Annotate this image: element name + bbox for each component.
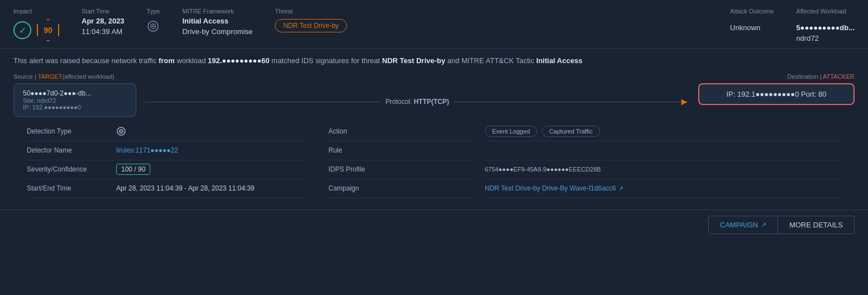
action-badges: Event Logged Captured Traffic (485, 126, 600, 137)
rule-row: Rule (328, 141, 474, 160)
severity-label: Severity/Confidence (27, 165, 116, 173)
mitre-icon (147, 20, 159, 32)
source-role: TARGET(affected workload) (38, 73, 115, 80)
source-name: 50●●●●7d0-2●●●-db... (23, 89, 127, 97)
dest-role: ATTACKER (823, 73, 855, 80)
workload-name: 5●●●●●●●●●db... (796, 23, 855, 32)
attack-outcome-label: Attack Outcome (730, 8, 774, 15)
idps-value: 6754●●●●EF9-45A8-9●●●●●●EEECD28B (485, 166, 601, 173)
source-ip: IP: 192.●●●●●●●●●0 (23, 104, 127, 111)
severity-value: 100 / 90 (116, 164, 150, 175)
threat-label: Threat (275, 8, 708, 15)
source-dest-container: Source | TARGET(affected workload) 50●●●… (13, 73, 855, 117)
main-content: This alert was raised because network tr… (0, 49, 868, 205)
attack-outcome-col: Attack Outcome Unknown (730, 8, 774, 32)
svg-point-5 (121, 131, 122, 132)
source-label: Source | TARGET(affected workload) (13, 73, 136, 80)
detection-type-label: Detection Type (27, 127, 116, 135)
dest-section: Destination | ATTACKER IP: 192.1●●●●●●●●… (698, 73, 855, 117)
event-logged-badge: Event Logged (485, 126, 537, 137)
detector-name-value[interactable]: lirules:1171●●●●●22 (116, 146, 178, 154)
score-hexagon: 90 (37, 19, 59, 41)
mitre-col: MITRE Framework Initial Access Drive-by … (182, 8, 252, 36)
captured-traffic-badge: Captured Traffic (542, 126, 600, 137)
start-end-row: Start/End Time Apr 28, 2023 11:04:39 - A… (27, 179, 306, 198)
check-circle-icon: ✓ (13, 21, 31, 39)
svg-point-2 (152, 26, 154, 27)
bottom-section: Detection Type Detector Name lirules:117… (13, 122, 855, 198)
action-value-row: Event Logged Captured Traffic (485, 122, 841, 141)
start-end-value: Apr 28, 2023 11:04:39 - Apr 28, 2023 11:… (116, 184, 255, 192)
mitre-label: MITRE Framework (182, 8, 252, 15)
threat-col: Threat NDR Test Drive-by (275, 8, 708, 30)
source-site: Site: ndrd72 (23, 97, 127, 104)
top-header: Impact ✓ 90 Start Time Apr 28, 2023 11:0… (0, 0, 868, 49)
dest-box: IP: 192.1●●●●●●●●●0 Port: 80 (698, 83, 855, 105)
start-time-label: Start Time (82, 8, 125, 15)
impact-label: Impact (13, 8, 59, 15)
start-time: 11:04:39 AM (82, 27, 125, 36)
threat-badge: NDR Test Drive-by (275, 19, 347, 32)
attack-type: Initial Access (182, 17, 252, 25)
footer-buttons: CAMPAIGN ↗ MORE DETAILS (0, 210, 868, 239)
campaign-link[interactable]: NDR Test Drive-by Drive-By Wave-f1d6acc6… (485, 184, 623, 192)
right-panel: Event Logged Captured Traffic 6754●●●●EF… (474, 122, 841, 198)
external-link-icon: ↗ (761, 221, 766, 229)
type-col: Type (147, 8, 160, 32)
severity-row: Severity/Confidence 100 / 90 (27, 160, 306, 179)
start-time-col: Start Time Apr 28, 2023 11:04:39 AM (82, 8, 125, 36)
workload-site: ndrd72 (796, 34, 855, 42)
detection-type-row: Detection Type (27, 122, 306, 141)
detector-name-row: Detector Name lirules:1171●●●●●22 (27, 141, 306, 160)
campaign-value-row: NDR Test Drive-by Drive-By Wave-f1d6acc6… (485, 179, 841, 198)
source-box: 50●●●●7d0-2●●●-db... Site: ndrd72 IP: 19… (13, 83, 136, 117)
more-details-button[interactable]: MORE DETAILS (778, 216, 855, 234)
external-link-icon: ↗ (618, 185, 623, 192)
attack-outcome-value: Unknown (730, 23, 774, 32)
protocol-label: Protocol: HTTP(TCP) (381, 97, 454, 107)
rule-label: Rule (328, 146, 418, 154)
type-label: Type (147, 8, 160, 15)
idps-value-row: 6754●●●●EF9-45A8-9●●●●●●EEECD28B (485, 160, 841, 179)
idps-row: IDPS Profile (328, 160, 474, 179)
detector-name-label: Detector Name (27, 146, 116, 154)
action-row: Action (328, 122, 474, 141)
dest-label: Destination | ATTACKER (788, 73, 855, 80)
affected-workload-label: Affected Workload (796, 8, 855, 15)
impact-section: Impact ✓ 90 (13, 8, 59, 41)
campaign-label: Campaign (328, 184, 418, 192)
action-label: Action (328, 127, 418, 135)
detection-type-icon (116, 126, 126, 136)
impact-col: Impact ✓ 90 (13, 8, 59, 41)
left-panel: Detection Type Detector Name lirules:117… (27, 122, 306, 198)
start-date: Apr 28, 2023 (82, 17, 125, 25)
idps-label: IDPS Profile (328, 165, 418, 173)
source-section: Source | TARGET(affected workload) 50●●●… (13, 73, 136, 117)
rule-value-row (485, 141, 841, 160)
dest-ip-port: IP: 192.1●●●●●●●●●0 Port: 80 (726, 90, 826, 98)
campaign-button[interactable]: CAMPAIGN ↗ (708, 216, 778, 234)
protocol-line: Protocol: HTTP(TCP) ► (145, 87, 689, 117)
alert-description: This alert was raised because network tr… (13, 55, 855, 66)
start-end-label: Start/End Time (27, 184, 116, 192)
arrow-icon: ► (679, 96, 689, 107)
campaign-row: Campaign (328, 179, 474, 198)
affected-workload-col: Affected Workload 5●●●●●●●●●db... ndrd72 (796, 8, 855, 42)
middle-panel: Action Rule IDPS Profile Campaign (306, 122, 474, 198)
attack-subtype: Drive-by Compromise (182, 27, 252, 36)
